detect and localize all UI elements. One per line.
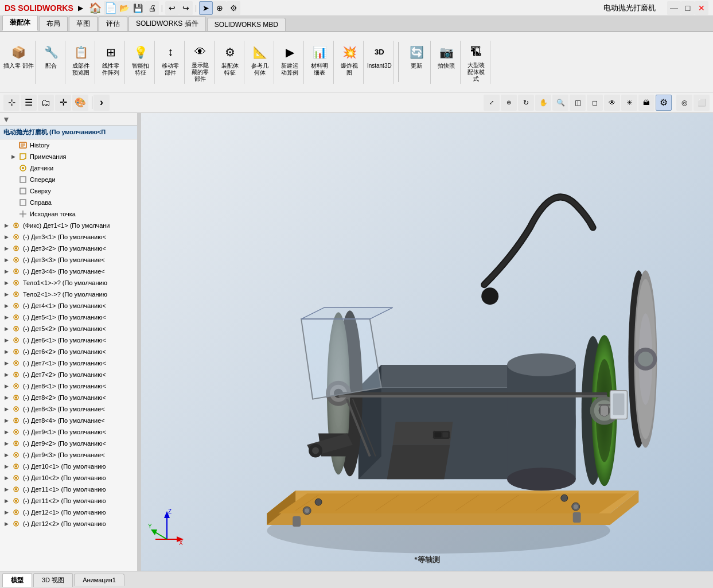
sidebar-item-notes[interactable]: ▶Примечания	[0, 151, 137, 162]
sidebar-item-det5_1[interactable]: ▶(-) Дет5<1> (По умолчанию<	[0, 311, 137, 323]
sidebar-item-telo2_1[interactable]: ▶Тело2<1>->? (По умолчанию	[0, 289, 137, 300]
close-btn[interactable]: ✕	[695, 1, 708, 15]
toolbar-smart-feature[interactable]: 💡 智能扣特征	[127, 41, 155, 84]
bottom-tab-3d-view[interactable]: 3D 视图	[33, 573, 73, 587]
sidebar-item-history[interactable]: History	[0, 139, 137, 151]
sidebar-item-det7_2[interactable]: ▶(-) Дет7<2> (По умолчанию<	[0, 369, 137, 380]
sidebar-item-det10_1[interactable]: ▶(-) Дет10<1> (По умолчанию	[0, 461, 137, 472]
ft-list-view[interactable]: ☰	[21, 95, 37, 111]
sidebar-item-det8_4[interactable]: ▶(-) Дет8<4> (По умолчание<	[0, 415, 137, 426]
sidebar-item-det1_1[interactable]: ▶(Фикс) Дет1<1> (По умолчани	[0, 220, 137, 231]
vp-pan[interactable]: ✋	[535, 95, 551, 111]
sidebar-item-sensors[interactable]: Датчики	[0, 162, 137, 174]
tab-sw-mbd[interactable]: SOLIDWORKS MBD	[207, 18, 286, 31]
sidebar-item-det9_1[interactable]: ▶(-) Дет9<1> (По умолчанию<	[0, 426, 137, 438]
min-btn[interactable]: —	[667, 1, 681, 15]
item-label: (-) Дет8<2> (По умолчанию<	[23, 394, 106, 401]
vp-display-style[interactable]: ◻	[587, 95, 603, 111]
toolbar-new-motion[interactable]: ▶ 新建运动算例	[276, 41, 304, 84]
vp-scene[interactable]: 🏔	[638, 95, 654, 111]
tab-sw-plugins[interactable]: SOLIDWORKS 插件	[128, 16, 206, 31]
item-label: Тело1<1>->? (По умолчанию	[23, 279, 107, 286]
ft-hide-tree[interactable]: 🗂	[38, 95, 54, 111]
options-btn[interactable]: ⚙	[227, 1, 240, 15]
assembly-feat-icon: ⚙	[220, 42, 240, 63]
rebuild-btn[interactable]: ⊕	[213, 1, 227, 15]
sidebar-item-det12_2[interactable]: ▶(-) Дет12<2> (По умолчанию	[0, 518, 137, 529]
ft-appearance[interactable]: 🎨	[72, 95, 88, 111]
toolbar-exploded-view[interactable]: 💥 爆炸视图	[336, 41, 364, 84]
toolbar-bom[interactable]: 📊 材料明细表	[306, 41, 334, 84]
new-btn[interactable]: 📄	[104, 1, 118, 15]
toolbar-part-preview[interactable]: 📋 成部件预览图	[68, 41, 95, 84]
bottom-tab-animation[interactable]: Анимация1	[74, 574, 124, 586]
toolbar-snapshot[interactable]: 📷 拍快照	[433, 41, 461, 84]
toolbar-move-part[interactable]: ↕ 移动零部件	[157, 41, 185, 84]
vp-extra2[interactable]: ⬜	[693, 95, 710, 111]
svg-text:Y: Y	[148, 523, 152, 529]
sidebar-item-det12_1[interactable]: ▶(-) Дет12<1> (По умолчанию	[0, 507, 137, 518]
sidebar-item-origin[interactable]: Исходная точка	[0, 208, 137, 220]
sidebar-item-det8_2[interactable]: ▶(-) Дет8<2> (По умолчанию<	[0, 392, 137, 403]
toolbar-large-assembly[interactable]: 🏗 大型装配体模式	[463, 41, 490, 84]
vp-zoom[interactable]: 🔍	[552, 95, 568, 111]
sidebar-item-det5_2[interactable]: ▶(-) Дет5<2> (По умолчанию<	[0, 323, 137, 334]
vp-extra1[interactable]: ◎	[676, 95, 692, 111]
bottom-tab-model[interactable]: 模型	[2, 573, 32, 587]
sidebar-item-det9_3[interactable]: ▶(-) Дет9<3> (По умолчание<	[0, 449, 137, 461]
item-label: (-) Дет7<2> (По умолчанию<	[23, 371, 106, 378]
sidebar-item-det8_1[interactable]: ▶(-) Дет8<1> (По умолчанию<	[0, 380, 137, 392]
item-label: (-) Дет6<2> (По умолчанию<	[23, 348, 106, 355]
vp-lighting[interactable]: ☀	[621, 95, 637, 111]
tab-evaluate[interactable]: 评估	[99, 16, 127, 31]
sidebar-item-det11_2[interactable]: ▶(-) Дет11<2> (По умолчанию	[0, 495, 137, 507]
toolbar-assembly[interactable]: 🔧 配合	[38, 41, 65, 84]
print-btn[interactable]: 🖨	[145, 1, 159, 15]
sidebar-item-det9_2[interactable]: ▶(-) Дет9<2> (По умолчанию<	[0, 438, 137, 449]
ft-expand[interactable]: ›	[93, 95, 110, 111]
tab-layout[interactable]: 布局	[39, 16, 68, 31]
vp-zoom-selection[interactable]: ⊕	[501, 95, 517, 111]
sidebar-item-det6_1[interactable]: ▶(-) Дет6<1> (По умолчанию<	[0, 334, 137, 346]
save-btn[interactable]: 💾	[131, 1, 145, 15]
toolbar-instant3d[interactable]: 3D Instant3D	[366, 41, 393, 84]
sidebar-item-det4_1[interactable]: ▶(-) Дет4<1> (По умолчанию<	[0, 300, 137, 311]
sidebar-item-telo1_1[interactable]: ▶Тело1<1>->? (По умолчанию	[0, 277, 137, 289]
sidebar-item-det3_3[interactable]: ▶(-) Дет3<3> (По умолчание<	[0, 254, 137, 266]
vp-section-view[interactable]: ◫	[570, 95, 586, 111]
sidebar-item-det7_1[interactable]: ▶(-) Дет7<1> (По умолчанию<	[0, 357, 137, 369]
toolbar-ref-geom[interactable]: 📐 参考几何体	[247, 41, 274, 84]
tab-sketch[interactable]: 草图	[69, 16, 98, 31]
max-btn[interactable]: □	[681, 1, 695, 15]
vp-rotate[interactable]: ↻	[518, 95, 534, 111]
sidebar-item-right[interactable]: Справа	[0, 197, 137, 208]
toolbar-update[interactable]: 🔄 更新	[403, 41, 431, 84]
arrow-button[interactable]: ▶	[78, 4, 83, 12]
redo-btn[interactable]: ↪	[179, 1, 193, 15]
ft-origin[interactable]: ✛	[55, 95, 71, 111]
sidebar-item-det3_4[interactable]: ▶(-) Дет3<4> (По умолчание<	[0, 266, 137, 277]
sidebar-item-top[interactable]: Сверху	[0, 185, 137, 197]
viewport[interactable]: Z X Y *等轴测	[141, 113, 713, 571]
select-btn[interactable]: ➤	[199, 1, 213, 15]
toolbar-show-parts[interactable]: 👁 显示隐藏的零部件	[187, 41, 215, 84]
sidebar-item-det3_1[interactable]: ▶(-) Дет3<1> (По умолчанию<	[0, 231, 137, 243]
undo-btn[interactable]: ↩	[165, 1, 179, 15]
open-btn[interactable]: 📂	[118, 1, 131, 15]
ft-orientation[interactable]: ⊹	[3, 95, 20, 111]
tab-assembly[interactable]: 装配体	[2, 15, 38, 31]
sidebar-filter: ▼	[0, 113, 137, 126]
vp-settings[interactable]: ⚙	[656, 95, 672, 111]
sidebar-item-det11_1[interactable]: ▶(-) Дет11<1> (По умолчанию	[0, 484, 137, 495]
sidebar-item-det6_2[interactable]: ▶(-) Дет6<2> (По умолчанию<	[0, 346, 137, 357]
sidebar-item-det3_2[interactable]: ▶(-) Дет3<2> (По умолчанию<	[0, 243, 137, 254]
item-icon	[11, 278, 21, 287]
sidebar-item-front[interactable]: Спереди	[0, 174, 137, 185]
vp-hide-show[interactable]: 👁	[604, 95, 620, 111]
sidebar-item-det8_3[interactable]: ▶(-) Дет8<3> (По умолчание<	[0, 403, 137, 415]
toolbar-insert-part[interactable]: 📦 插入零 部件	[2, 41, 36, 84]
sidebar-item-det10_2[interactable]: ▶(-) Дет10<2> (По умолчанию	[0, 472, 137, 484]
vp-zoom-extents[interactable]: ⤢	[484, 95, 500, 111]
toolbar-assembly-feat[interactable]: ⚙ 装配体特征	[217, 41, 244, 84]
toolbar-linear-array[interactable]: ⊞ 线性零件阵列	[98, 41, 125, 84]
